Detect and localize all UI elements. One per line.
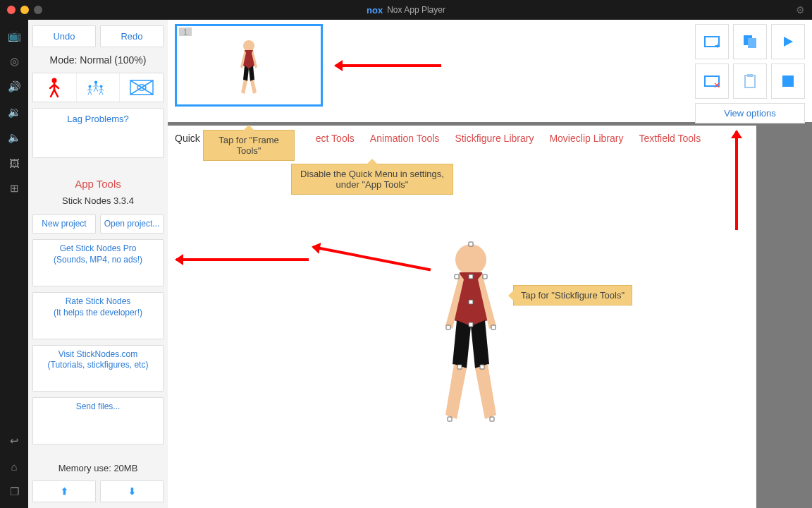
- stage: 1 Quick ect To: [168, 20, 812, 508]
- svg-rect-36: [745, 75, 755, 87]
- quick-menu-item[interactable]: Stickfigure Library: [455, 133, 534, 144]
- paste-button[interactable]: [733, 64, 767, 99]
- delete-frame-button[interactable]: ✕: [695, 64, 729, 99]
- recents-icon[interactable]: ❐: [8, 485, 20, 498]
- settings-icon[interactable]: ⚙: [796, 4, 805, 16]
- mode-multi-figure[interactable]: [77, 73, 121, 102]
- stickfigure[interactable]: [429, 243, 513, 436]
- emulator-sidebar: 📺 ◎ 🔊 🔉 🔈 🖼 ⊞ ↩ ⌂ ❐: [0, 20, 28, 508]
- svg-line-22: [99, 91, 102, 95]
- stop-button[interactable]: [771, 64, 805, 99]
- volume-down-icon[interactable]: 🔉: [8, 106, 20, 119]
- mute-icon[interactable]: 🔈: [8, 131, 20, 144]
- get-pro-button[interactable]: Get Stick Nodes Pro (Sounds, MP4, no ads…: [32, 239, 164, 286]
- home-icon[interactable]: ⌂: [8, 460, 20, 473]
- tip-frame-tools: Tap for "Frame Tools": [203, 130, 295, 161]
- frame-thumbnail[interactable]: 1: [175, 24, 323, 107]
- svg-text:✕: ✕: [713, 80, 720, 88]
- svg-line-16: [88, 91, 90, 95]
- canvas[interactable]: [168, 151, 756, 508]
- maximize-window-button[interactable]: [34, 6, 42, 14]
- send-files-button[interactable]: Send files...: [32, 397, 164, 445]
- titlebar: nox Nox App Player ⚙: [0, 0, 812, 20]
- version-label: Stick Nodes 3.3.4: [32, 195, 164, 206]
- new-project-button[interactable]: New project: [32, 214, 96, 234]
- view-options-button[interactable]: View options: [695, 103, 805, 123]
- quick-menu-item[interactable]: Movieclip Library: [549, 133, 623, 144]
- annotation-arrow: [336, 64, 441, 67]
- back-icon[interactable]: ↩: [8, 435, 20, 447]
- quick-menu-item[interactable]: Animation Tools: [370, 133, 440, 144]
- svg-line-11: [96, 87, 98, 91]
- tip-stickfigure-tools: Tap for "Stickfigure Tools": [513, 285, 632, 306]
- quick-menu-item[interactable]: ect Tools: [316, 133, 355, 144]
- multi-instance-icon[interactable]: ⊞: [8, 182, 20, 195]
- svg-line-4: [51, 90, 54, 97]
- minimize-window-button[interactable]: [20, 6, 29, 14]
- mode-selector: [32, 73, 164, 102]
- tip-disable-quick-menu: Disable the Quick Menu in settings, unde…: [291, 164, 453, 195]
- right-panel: + ✕ View options: [695, 24, 808, 123]
- svg-rect-33: [748, 38, 756, 48]
- svg-line-17: [90, 91, 92, 95]
- play-button[interactable]: [771, 24, 805, 59]
- location-icon[interactable]: ◎: [8, 55, 20, 68]
- copy-button[interactable]: [733, 24, 767, 59]
- svg-text:+: +: [715, 41, 720, 49]
- undo-button[interactable]: Undo: [32, 25, 96, 47]
- window-title: Nox App Player: [387, 5, 445, 15]
- mode-camera[interactable]: [120, 73, 163, 102]
- arrow-up-button[interactable]: ⬆: [32, 480, 96, 502]
- rate-button[interactable]: Rate Stick Nodes (It helps the developer…: [32, 292, 164, 339]
- frame-number: 1: [179, 28, 192, 36]
- visit-site-button[interactable]: Visit StickNodes.com (Tutorials, stickfi…: [32, 345, 164, 392]
- svg-line-10: [94, 87, 96, 91]
- left-panel: Undo Redo Mode: Normal (100%) Lag Proble…: [28, 20, 168, 508]
- screenshot-icon[interactable]: 🖼: [8, 157, 20, 169]
- annotation-arrow: [176, 258, 309, 261]
- arrow-down-button[interactable]: ⬇: [100, 480, 164, 502]
- svg-line-5: [54, 90, 58, 97]
- lag-problems-button[interactable]: Lag Problems?: [32, 108, 164, 158]
- mode-label: Mode: Normal (100%): [32, 53, 164, 67]
- redo-button[interactable]: Redo: [100, 25, 164, 47]
- quick-menu-item[interactable]: Textfield Tools: [639, 133, 701, 144]
- svg-point-29: [455, 244, 486, 275]
- close-window-button[interactable]: [7, 6, 16, 14]
- volume-up-icon[interactable]: 🔊: [8, 80, 20, 93]
- annotation-arrow: [735, 131, 738, 230]
- tv-icon[interactable]: 📺: [8, 30, 20, 42]
- quick-menu-label: Quick: [175, 133, 200, 144]
- svg-rect-38: [782, 75, 794, 87]
- open-project-button[interactable]: Open project...: [100, 214, 164, 234]
- memory-label: Memory use: 20MB: [32, 460, 164, 475]
- app-tools-header: App Tools: [32, 178, 164, 190]
- svg-point-28: [243, 40, 254, 52]
- svg-rect-37: [747, 74, 753, 77]
- svg-line-23: [102, 91, 104, 95]
- mode-single-figure[interactable]: [33, 73, 77, 102]
- add-frame-button[interactable]: +: [695, 24, 729, 59]
- nox-logo: nox: [367, 5, 383, 16]
